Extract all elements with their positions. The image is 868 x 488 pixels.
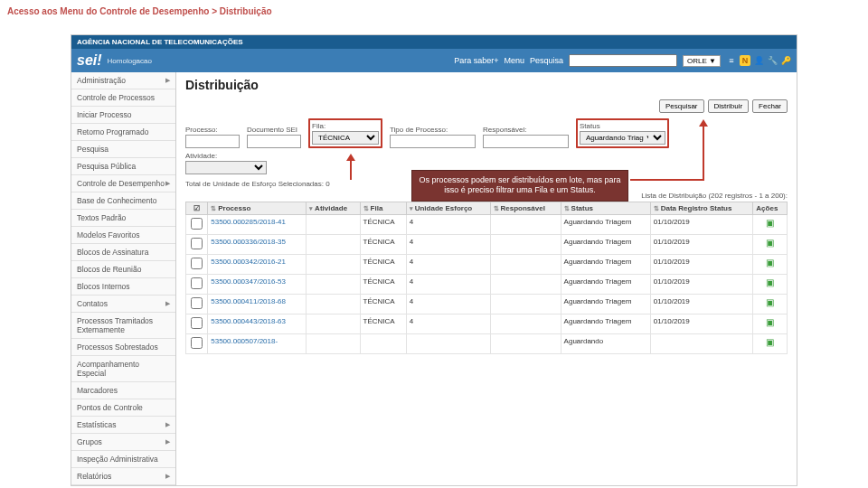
header-bar: sei! Homologacao Para saber+ Menu Pesqui… bbox=[71, 49, 797, 72]
callout-tip: Os processos podem ser distribuídos em l… bbox=[411, 170, 628, 202]
distribuir-button[interactable]: Distribuir bbox=[708, 99, 750, 113]
fila-label: Fila: bbox=[312, 122, 379, 130]
processo-link[interactable]: 53500.000285/2018-41 bbox=[211, 218, 286, 226]
table-row: 53500.000285/2018-41TÉCNICA4Aguardando T… bbox=[186, 215, 788, 235]
sidebar-item[interactable]: Administração▶ bbox=[71, 72, 175, 89]
sidebar-item[interactable]: Blocos Internos bbox=[71, 278, 175, 296]
col-acoes: Ações bbox=[753, 202, 788, 215]
col-responsavel[interactable]: ⇅Responsável bbox=[490, 202, 561, 215]
col-fila[interactable]: ⇅Fila bbox=[360, 202, 406, 215]
sidebar-item[interactable]: Base de Conhecimento bbox=[71, 192, 175, 210]
action-icon[interactable]: ▣ bbox=[766, 218, 774, 228]
sidebar-item[interactable]: Processos Sobrestados bbox=[71, 339, 175, 356]
tipo-label: Tipo de Processo: bbox=[390, 126, 476, 134]
row-checkbox[interactable] bbox=[191, 238, 203, 249]
environment-label: Homologacao bbox=[108, 57, 152, 65]
sidebar-item[interactable]: Controle de Desempenho▶ bbox=[71, 175, 175, 192]
fila-select[interactable]: TÉCNICA bbox=[312, 131, 379, 145]
sidebar-item[interactable]: Processos Tramitados Externamente bbox=[71, 313, 175, 339]
sidebar-item[interactable]: Controle de Processos bbox=[71, 89, 175, 107]
table-row: 53500.000411/2018-68TÉCNICA4Aguardando T… bbox=[186, 295, 788, 314]
pesquisar-button[interactable]: Pesquisar bbox=[659, 99, 704, 113]
sidebar-item[interactable]: Pontos de Controle bbox=[71, 399, 175, 417]
config-icon[interactable]: 🔧 bbox=[767, 55, 778, 66]
fechar-button[interactable]: Fechar bbox=[752, 99, 788, 113]
sidebar-item[interactable]: Relatórios▶ bbox=[71, 468, 175, 485]
table-row: 53500.000347/2016-53TÉCNICA4Aguardando T… bbox=[186, 275, 788, 295]
action-icon[interactable]: ▣ bbox=[766, 258, 774, 267]
menu-link[interactable]: Menu bbox=[505, 56, 525, 65]
sidebar-item[interactable]: Acompanhamento Especial bbox=[71, 356, 175, 382]
responsavel-input[interactable] bbox=[483, 135, 569, 148]
para-saber-link[interactable]: Para saber+ bbox=[454, 56, 498, 65]
app-frame: AGÊNCIA NACIONAL DE TELECOMUNICAÇÕES sei… bbox=[71, 34, 797, 486]
action-icon[interactable]: ▣ bbox=[766, 277, 774, 287]
sidebar-item[interactable]: Retorno Programado bbox=[71, 124, 175, 141]
status-select[interactable]: Aguardando Triag ▼ bbox=[580, 131, 665, 145]
sidebar-item[interactable]: Inspeção Administrativa bbox=[71, 451, 175, 468]
unit-select[interactable]: ORLE ▼ bbox=[683, 55, 721, 67]
processo-label: Processo: bbox=[185, 126, 240, 134]
processo-link[interactable]: 53500.000336/2018-35 bbox=[211, 238, 286, 246]
exit-icon[interactable]: 🔑 bbox=[780, 55, 791, 66]
documento-input[interactable] bbox=[247, 135, 301, 148]
table-row: 53500.000507/2018-Aguardando▣ bbox=[186, 334, 788, 354]
page-title: Distribuição bbox=[185, 78, 788, 92]
sidebar-item[interactable]: Blocos de Assinatura bbox=[71, 244, 175, 261]
status-label: Status bbox=[580, 122, 665, 130]
action-icon[interactable]: ▣ bbox=[766, 317, 774, 327]
processo-link[interactable]: 53500.000411/2018-68 bbox=[211, 297, 286, 305]
search-input[interactable] bbox=[569, 54, 677, 67]
row-checkbox[interactable] bbox=[191, 337, 203, 349]
slide-title: Acesso aos Menu do Controle de Desempenh… bbox=[0, 0, 868, 16]
processo-link[interactable]: 53500.000342/2016-21 bbox=[211, 258, 286, 266]
processo-input[interactable] bbox=[185, 135, 240, 148]
processo-link[interactable]: 53500.000443/2018-63 bbox=[211, 317, 286, 325]
action-icon[interactable]: ▣ bbox=[766, 337, 774, 347]
tipo-input[interactable] bbox=[390, 135, 476, 148]
sidebar-item[interactable]: Grupos▶ bbox=[71, 434, 175, 451]
col-atividade[interactable]: ▾Atividade bbox=[307, 202, 360, 215]
row-checkbox[interactable] bbox=[191, 317, 203, 329]
atividade-select[interactable] bbox=[185, 161, 267, 174]
documento-label: Documento SEI bbox=[247, 126, 301, 134]
table-row: 53500.000342/2016-21TÉCNICA4Aguardando T… bbox=[186, 255, 788, 275]
sidebar-item[interactable]: Contatos▶ bbox=[71, 296, 175, 313]
sidebar-item[interactable]: Blocos de Reunião bbox=[71, 261, 175, 278]
sidebar-item[interactable]: Iniciar Processo bbox=[71, 107, 175, 124]
col-data[interactable]: ⇅Data Registro Status bbox=[650, 202, 753, 215]
table-row: 53500.000443/2018-63TÉCNICA4Aguardando T… bbox=[186, 314, 788, 334]
content: Distribuição Pesquisar Distribuir Fechar… bbox=[176, 72, 797, 485]
row-checkbox[interactable] bbox=[191, 277, 203, 289]
pesquisa-label: Pesquisa bbox=[530, 56, 563, 65]
sidebar-item[interactable]: Estatísticas▶ bbox=[71, 417, 175, 434]
sidebar-item[interactable]: Pesquisa bbox=[71, 141, 175, 158]
processo-link[interactable]: 53500.000347/2016-53 bbox=[211, 277, 286, 286]
sidebar-item[interactable]: Pesquisa Pública bbox=[71, 158, 175, 175]
col-status[interactable]: ⇅Status bbox=[561, 202, 650, 215]
distribution-table: ☑ ⇅Processo ▾Atividade ⇅Fila ▾Unidade Es… bbox=[185, 202, 788, 354]
processo-link[interactable]: 53500.000507/2018- bbox=[211, 337, 278, 345]
user-icon[interactable]: 👤 bbox=[753, 55, 764, 66]
row-checkbox[interactable] bbox=[191, 297, 203, 309]
agency-bar: AGÊNCIA NACIONAL DE TELECOMUNICAÇÕES bbox=[71, 35, 797, 49]
responsavel-label: Responsável: bbox=[483, 126, 569, 134]
atividade-label: Atividade: bbox=[185, 152, 267, 160]
menu-icon[interactable]: ≡ bbox=[726, 55, 737, 66]
sidebar-item[interactable]: Marcadores bbox=[71, 382, 175, 399]
notification-icon[interactable]: N bbox=[740, 55, 750, 66]
sidebar-item[interactable]: Textos Padrão bbox=[71, 210, 175, 227]
action-icon[interactable]: ▣ bbox=[766, 297, 774, 307]
col-check[interactable]: ☑ bbox=[186, 202, 208, 215]
action-icon[interactable]: ▣ bbox=[766, 238, 774, 248]
col-processo[interactable]: ⇅Processo bbox=[208, 202, 307, 215]
col-esforco[interactable]: ▾Unidade Esforço bbox=[406, 202, 490, 215]
sidebar-item[interactable]: Modelos Favoritos bbox=[71, 227, 175, 244]
table-row: 53500.000336/2018-35TÉCNICA4Aguardando T… bbox=[186, 235, 788, 255]
logo: sei! bbox=[77, 52, 102, 69]
row-checkbox[interactable] bbox=[191, 218, 203, 230]
row-checkbox[interactable] bbox=[191, 258, 203, 269]
sidebar: Administração▶Controle de ProcessosInici… bbox=[71, 72, 176, 485]
